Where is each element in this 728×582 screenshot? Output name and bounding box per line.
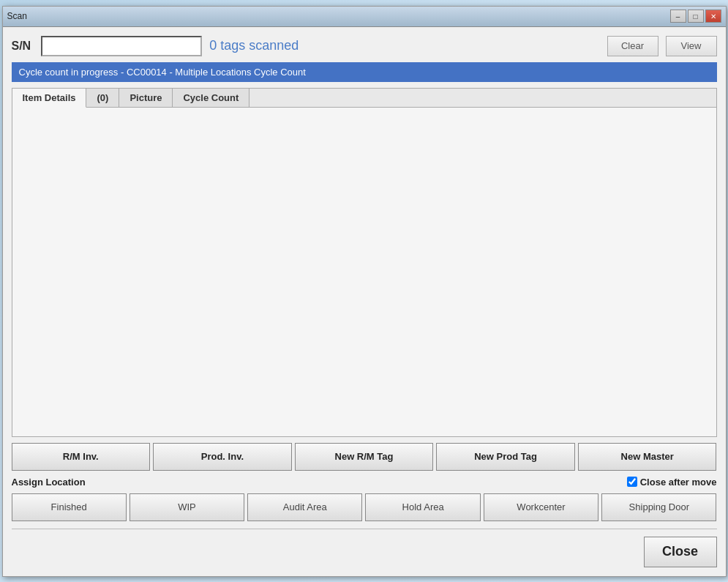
tab-picture[interactable]: Picture	[119, 89, 173, 107]
wip-button[interactable]: WIP	[130, 493, 244, 521]
tab-content	[12, 108, 716, 436]
window-title: Scan	[7, 11, 27, 21]
top-bar: S/N 0 tags scanned Clear View	[12, 36, 717, 56]
status-bar: Cycle count in progress - CC00014 - Mult…	[12, 62, 717, 82]
rm-inv-button[interactable]: R/M Inv.	[12, 443, 151, 471]
close-window-button[interactable]: ✕	[705, 10, 721, 23]
close-after-move-checkbox[interactable]	[627, 477, 637, 487]
tabs-container: Item Details (0) Picture Cycle Count	[12, 88, 717, 437]
new-master-button[interactable]: New Master	[578, 443, 717, 471]
new-rm-tag-button[interactable]: New R/M Tag	[295, 443, 434, 471]
sn-label: S/N	[12, 40, 31, 53]
window-content: S/N 0 tags scanned Clear View Cycle coun…	[3, 27, 726, 576]
workcenter-button[interactable]: Workcenter	[484, 493, 598, 521]
minimize-button[interactable]: –	[670, 10, 686, 23]
maximize-button[interactable]: □	[688, 10, 704, 23]
action-buttons: R/M Inv. Prod. Inv. New R/M Tag New Prod…	[12, 443, 717, 471]
status-text: Cycle count in progress - CC00014 - Mult…	[19, 67, 306, 78]
tab-bar: Item Details (0) Picture Cycle Count	[12, 89, 716, 108]
divider	[12, 529, 717, 529]
hold-area-button[interactable]: Hold Area	[365, 493, 480, 521]
location-buttons: Finished WIP Audit Area Hold Area Workce…	[12, 493, 717, 521]
sn-input[interactable]	[41, 36, 202, 56]
view-button[interactable]: View	[666, 36, 717, 56]
tags-scanned-label: 0 tags scanned	[209, 38, 599, 53]
new-prod-tag-button[interactable]: New Prod Tag	[436, 443, 575, 471]
close-row: Close	[12, 537, 717, 567]
tab-cycle-count[interactable]: Cycle Count	[173, 89, 249, 107]
shipping-door-button[interactable]: Shipping Door	[601, 493, 716, 521]
assign-location-label: Assign Location	[12, 477, 86, 488]
finished-button[interactable]: Finished	[12, 493, 127, 521]
close-after-move-label: Close after move	[640, 477, 717, 488]
tab-item-details[interactable]: Item Details	[12, 89, 87, 108]
title-bar: Scan – □ ✕	[3, 7, 726, 27]
main-window: Scan – □ ✕ S/N 0 tags scanned Clear View…	[2, 6, 727, 577]
audit-area-button[interactable]: Audit Area	[247, 493, 362, 521]
assign-location-row: Assign Location Close after move	[12, 477, 717, 488]
close-button[interactable]: Close	[644, 537, 717, 567]
title-bar-buttons: – □ ✕	[670, 10, 721, 23]
prod-inv-button[interactable]: Prod. Inv.	[153, 443, 292, 471]
close-after-move-container: Close after move	[627, 477, 717, 488]
clear-button[interactable]: Clear	[607, 36, 658, 56]
tab-count[interactable]: (0)	[86, 89, 119, 107]
